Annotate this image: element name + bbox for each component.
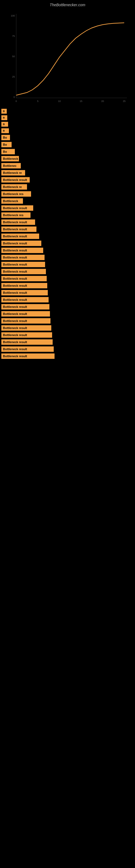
result-label-6: Bo — [1, 149, 15, 154]
result-item-33: Bottleneck result — [0, 339, 135, 345]
result-item-27: Bottleneck result — [0, 297, 135, 303]
result-item-12: Bottleneck res — [0, 191, 135, 197]
result-label-7: Bottleneck r — [1, 156, 19, 161]
result-item-13: Bottleneck — [0, 198, 135, 204]
svg-text:75: 75 — [12, 35, 15, 37]
result-item-24: Bottleneck result — [0, 276, 135, 281]
result-label-0: B — [1, 109, 7, 114]
result-item-34: Bottleneck result — [0, 346, 135, 352]
site-title: TheBottlenecker.com — [0, 0, 135, 8]
result-item-22: Bottleneck result — [0, 262, 135, 267]
result-item-3: B — [0, 128, 135, 133]
result-item-17: Bottleneck result — [0, 226, 135, 232]
result-label-10: Bottleneck result — [1, 177, 30, 183]
result-label-29: Bottleneck result — [1, 311, 50, 316]
result-label-8: Bottlenec — [1, 163, 21, 168]
result-label-15: Bottleneck res — [1, 212, 31, 218]
svg-rect-0 — [5, 11, 130, 106]
result-label-30: Bottleneck result — [1, 318, 50, 323]
result-label-34: Bottleneck result — [1, 346, 54, 352]
result-label-20: Bottleneck result — [1, 248, 43, 253]
svg-text:100: 100 — [11, 14, 15, 17]
result-item-32: Bottleneck result — [0, 332, 135, 338]
result-item-0: B — [0, 109, 135, 114]
result-item-16: Bottleneck result — [0, 219, 135, 225]
results-container: BBBBBoBoBoBottleneck rBottlenecBottlenec… — [0, 109, 135, 366]
result-item-30: Bottleneck result — [0, 318, 135, 323]
result-label-13: Bottleneck — [1, 198, 23, 204]
result-item-20: Bottleneck result — [0, 248, 135, 253]
svg-text:50: 50 — [12, 55, 15, 58]
svg-text:25: 25 — [123, 100, 126, 102]
result-label-14: Bottleneck result — [1, 205, 33, 211]
result-item-26: Bottleneck result — [0, 290, 135, 296]
result-item-35: Bottleneck result — [0, 353, 135, 359]
result-label-2: B — [1, 122, 8, 127]
result-label-28: Bottleneck result — [1, 304, 49, 310]
result-label-31: Bottleneck result — [1, 325, 51, 331]
svg-text:0: 0 — [13, 96, 15, 98]
result-item-1: B — [0, 115, 135, 120]
result-item-23: Bottleneck result — [0, 269, 135, 274]
result-item-6: Bo — [0, 149, 135, 154]
result-item-7: Bottleneck r — [0, 156, 135, 161]
result-label-5: Bo — [1, 142, 12, 147]
result-item-4: Bo — [0, 135, 135, 140]
result-item-9: Bottleneck re — [0, 170, 135, 176]
svg-text:15: 15 — [80, 100, 82, 102]
result-label-3: B — [1, 128, 9, 133]
result-label-18: Bottleneck result — [1, 234, 39, 239]
svg-text:10: 10 — [58, 100, 61, 102]
result-label-1: B — [1, 115, 7, 120]
result-label-21: Bottleneck result — [1, 255, 45, 260]
result-item-19: Bottleneck result — [0, 241, 135, 246]
result-label-4: Bo — [1, 135, 10, 140]
result-item-5: Bo — [0, 142, 135, 147]
result-label-12: Bottleneck res — [1, 191, 31, 197]
chart-area: 0 5 10 15 20 25 0 25 50 75 100 — [5, 11, 130, 106]
result-label-19: Bottleneck result — [1, 241, 41, 246]
result-item-25: Bottleneck result — [0, 283, 135, 288]
svg-text:0: 0 — [15, 100, 17, 102]
result-label-26: Bottleneck result — [1, 290, 48, 296]
result-label-33: Bottleneck result — [1, 339, 53, 345]
result-item-15: Bottleneck res — [0, 212, 135, 218]
svg-text:5: 5 — [37, 100, 38, 102]
result-item-21: Bottleneck result — [0, 255, 135, 260]
result-label-27: Bottleneck result — [1, 297, 49, 303]
result-item-2: B — [0, 122, 135, 127]
svg-text:20: 20 — [101, 100, 104, 102]
result-item-10: Bottleneck result — [0, 177, 135, 183]
result-label-9: Bottleneck re — [1, 170, 25, 176]
svg-text:25: 25 — [12, 75, 15, 78]
result-item-8: Bottlenec — [0, 163, 135, 168]
result-label-24: Bottleneck result — [1, 276, 47, 281]
result-item-11: Bottleneck re — [0, 184, 135, 190]
result-label-16: Bottleneck result — [1, 219, 35, 225]
result-label-17: Bottleneck result — [1, 226, 37, 232]
result-item-18: Bottleneck result — [0, 234, 135, 239]
result-label-22: Bottleneck result — [1, 262, 45, 267]
result-item-28: Bottleneck result — [0, 304, 135, 310]
result-item-29: Bottleneck result — [0, 311, 135, 316]
result-label-25: Bottleneck result — [1, 283, 47, 288]
result-label-32: Bottleneck result — [1, 332, 52, 338]
result-label-23: Bottleneck result — [1, 269, 46, 274]
result-label-11: Bottleneck re — [1, 184, 27, 190]
result-item-31: Bottleneck result — [0, 325, 135, 331]
result-item-14: Bottleneck result — [0, 205, 135, 211]
result-label-35: Bottleneck result — [1, 353, 54, 359]
